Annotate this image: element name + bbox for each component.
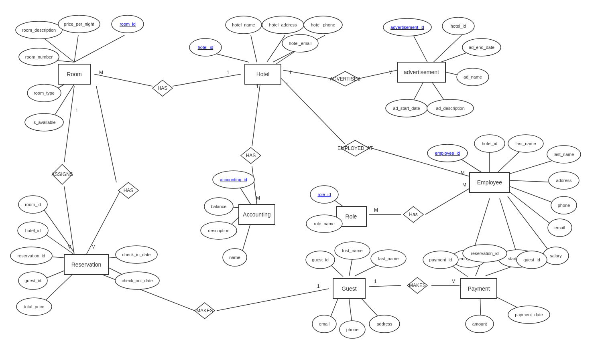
svg-text:advertisement_id: advertisement_id <box>390 25 424 30</box>
svg-text:employee_id: employee_id <box>435 151 460 156</box>
svg-text:frist_name: frist_name <box>342 248 362 253</box>
svg-text:room_id: room_id <box>120 22 136 26</box>
svg-text:room_type: room_type <box>34 91 55 95</box>
svg-text:guest_id: guest_id <box>24 278 41 283</box>
svg-text:M: M <box>256 195 260 201</box>
svg-text:M: M <box>461 170 465 176</box>
svg-text:reservation_id: reservation_id <box>17 253 45 258</box>
svg-text:hotel_id: hotel_id <box>25 228 41 233</box>
svg-text:last_name: last_name <box>554 152 574 157</box>
svg-text:1: 1 <box>227 70 230 75</box>
svg-line-1 <box>74 35 78 62</box>
svg-text:M: M <box>99 70 103 75</box>
svg-text:check_out_date: check_out_date <box>122 278 153 283</box>
svg-line-23 <box>508 190 554 226</box>
svg-text:M: M <box>388 70 392 75</box>
svg-text:ad_start_date: ad_start_date <box>393 106 420 111</box>
svg-text:M: M <box>91 244 96 250</box>
svg-text:accounting_id: accounting_id <box>220 177 247 182</box>
assigns-label: ASSIGNS <box>51 172 73 177</box>
svg-line-8 <box>267 35 285 62</box>
accounting-label: Accounting <box>243 211 270 218</box>
svg-text:ad_name: ad_name <box>464 75 482 79</box>
svg-text:ad_end_date: ad_end_date <box>469 45 494 50</box>
advertisement-label: advertisement <box>404 69 439 75</box>
svg-text:payment_id: payment_id <box>429 257 452 262</box>
svg-text:1: 1 <box>286 82 289 87</box>
svg-text:hotel_id: hotel_id <box>482 141 498 146</box>
svg-text:M: M <box>451 279 455 284</box>
svg-text:M: M <box>462 182 466 188</box>
room-label: Room <box>67 71 81 77</box>
svg-text:salary: salary <box>550 253 562 258</box>
svg-text:role_name: role_name <box>314 221 335 226</box>
svg-text:M: M <box>374 207 378 213</box>
svg-text:hotel_phone: hotel_phone <box>311 22 335 27</box>
svg-line-7 <box>251 35 257 62</box>
svg-text:1: 1 <box>374 279 377 284</box>
svg-line-6 <box>213 53 249 62</box>
svg-text:ad_description: ad_description <box>436 106 465 111</box>
svg-text:address: address <box>556 178 572 183</box>
svg-text:is_available: is_available <box>33 120 55 125</box>
svg-text:1: 1 <box>317 283 320 289</box>
svg-text:balance: balance <box>211 204 227 209</box>
svg-text:room_id: room_id <box>25 202 41 207</box>
svg-line-59 <box>281 78 345 144</box>
has3-label: HAS <box>246 153 256 158</box>
svg-text:last_name: last_name <box>378 256 399 261</box>
svg-text:hotel_address: hotel_address <box>269 22 297 27</box>
svg-text:1: 1 <box>289 70 292 75</box>
svg-line-11 <box>413 35 427 62</box>
svg-line-22 <box>510 186 558 204</box>
svg-text:hotel_id: hotel_id <box>451 24 466 28</box>
svg-text:total_price: total_price <box>24 304 45 309</box>
svg-text:address: address <box>376 322 392 326</box>
svg-line-79 <box>217 289 329 311</box>
advertises-label: ADVERTISES <box>330 76 360 82</box>
role-label: Role <box>346 213 357 220</box>
svg-text:hotel_name: hotel_name <box>232 22 255 27</box>
svg-text:amount: amount <box>472 322 487 326</box>
svg-line-2 <box>74 35 124 62</box>
makes-label: MAKES <box>196 308 213 313</box>
has1-label: HAS <box>158 85 168 91</box>
svg-text:frist_name: frist_name <box>515 141 536 146</box>
reservation-label: Reservation <box>71 261 102 268</box>
svg-text:room_number: room_number <box>25 55 53 59</box>
svg-text:M: M <box>67 244 71 250</box>
svg-text:name: name <box>229 255 240 260</box>
svg-text:reservation_id: reservation_id <box>471 251 498 256</box>
svg-line-12 <box>433 35 462 62</box>
svg-text:email: email <box>555 225 565 230</box>
svg-line-81 <box>369 285 401 287</box>
employed-at-label: EMPLOYED_AT <box>338 146 373 151</box>
svg-text:hotel_id: hotel_id <box>198 45 213 50</box>
employee-label: Employee <box>477 179 502 186</box>
svg-text:check_in_date: check_in_date <box>122 252 151 257</box>
svg-line-72 <box>96 86 116 182</box>
svg-line-75 <box>425 188 470 214</box>
svg-line-51 <box>94 74 152 86</box>
svg-text:price_per_night: price_per_night <box>64 22 94 26</box>
svg-text:role_id: role_id <box>317 192 331 197</box>
svg-text:phone: phone <box>558 203 570 208</box>
has2-label: HAS <box>124 188 134 193</box>
svg-text:1: 1 <box>75 108 78 113</box>
makes2-label: MAKES <box>409 283 426 288</box>
svg-text:1: 1 <box>256 84 259 89</box>
svg-text:room_description: room_description <box>22 28 56 32</box>
er-diagram: M 1 1 M 1 M 1 M 1 M M M M 1 1 M Room Hot… <box>0 0 612 364</box>
er-diagram-svg: M 1 1 M 1 M 1 M 1 M M M M 1 1 M Room Hot… <box>0 0 612 364</box>
svg-line-52 <box>173 74 241 86</box>
svg-text:payment_date: payment_date <box>515 312 543 317</box>
hotel-label: Hotel <box>256 71 270 77</box>
svg-text:email: email <box>319 322 329 326</box>
svg-text:hotel_email: hotel_email <box>289 41 311 46</box>
payment-label: Payment <box>468 285 490 292</box>
svg-text:description: description <box>208 228 229 233</box>
svg-text:phone: phone <box>346 327 359 332</box>
svg-text:guest_id: guest_id <box>523 257 540 262</box>
svg-text:guest_id: guest_id <box>312 257 329 262</box>
has4-label: Has <box>409 212 417 217</box>
